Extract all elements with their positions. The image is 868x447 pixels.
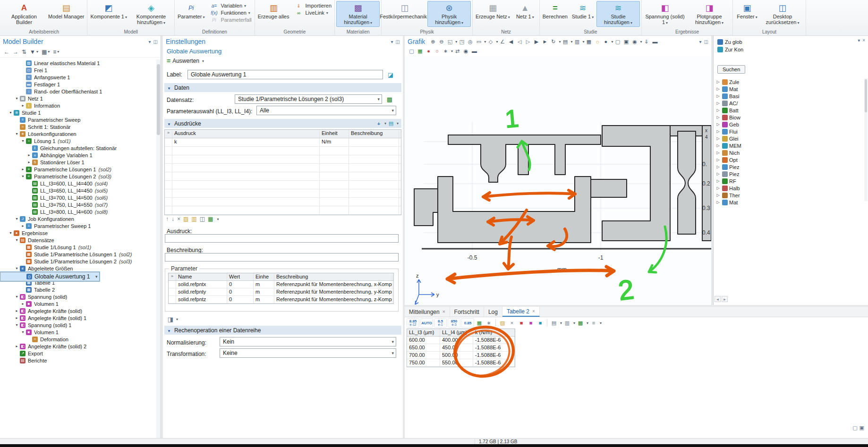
transparency-icon[interactable]: ▦ [585, 38, 593, 46]
expander-closed-icon[interactable]: ▷ [715, 101, 721, 105]
tree-item-rand-oder-oberfl-chenlast-1[interactable]: ↓Rand- oder Oberflächenlast 1 [0, 88, 156, 95]
scroll-left-icon[interactable]: ◂ [715, 296, 721, 302]
expander-closed-icon[interactable]: ▸ [14, 309, 19, 313]
table-row[interactable]: solid.refpnty0mReferenzpunkt für Momente… [169, 288, 393, 296]
section-rechenoperation[interactable]: Rechenoperation einer Datenreihe [164, 326, 401, 335]
format-engineering-icon[interactable]: 850e-3 [448, 318, 460, 328]
insert-expression-icon[interactable] [388, 120, 394, 127]
expander-open-icon[interactable]: ▾ [20, 330, 26, 334]
table-row[interactable]: 700.00500.00-1.5088E-6 [407, 352, 515, 359]
axis-limits-icon[interactable]: ▭ [475, 38, 483, 46]
expander-closed-icon[interactable]: ▸ [26, 153, 32, 157]
view-xy-icon[interactable]: ◇ [486, 38, 494, 46]
edit-expression-icon[interactable]: ▨ [183, 216, 188, 222]
refresh-icon[interactable]: ↻ [549, 38, 557, 46]
color-red-icon[interactable]: ■ [517, 319, 526, 327]
expander-closed-icon[interactable]: ▷ [715, 151, 721, 155]
expander-closed-icon[interactable]: ▸ [26, 160, 32, 164]
transformation-select[interactable]: Keine [220, 348, 396, 358]
ribbon-button-komponente-1[interactable]: ◩Komponente 1▾ [89, 1, 128, 21]
edit-table-icon[interactable]: ▨ [498, 319, 507, 327]
pin-panel-icon[interactable]: ◫ [396, 39, 400, 44]
material-category-ac-3[interactable]: ▷AC/ [715, 100, 741, 107]
expander-open-icon[interactable]: ▾ [14, 132, 19, 136]
tree-item-netz-1[interactable]: ▾▦Netz 1 [0, 95, 156, 102]
tree-item-job-konfigurationen[interactable]: ▾JJob Konfigurationen [0, 215, 156, 222]
expander-closed-icon[interactable]: ▸ [20, 224, 26, 228]
tree-item-studie-1[interactable]: ▾≋Studie 1 [0, 109, 156, 116]
material-category-flui-7[interactable]: ▷Flui [715, 128, 741, 135]
select-mode-icon[interactable]: ▢ [613, 38, 621, 46]
tree-item-volumen-1[interactable]: ▸■Volumen 1 [0, 300, 156, 307]
ribbon-button-parameterfall[interactable]: PiParameterfall [207, 17, 253, 23]
model-tree-scrollbar[interactable] [156, 59, 161, 438]
empty-table-row[interactable] [165, 198, 401, 206]
ribbon-button-importieren[interactable]: ⇓Importieren [291, 2, 333, 9]
empty-table-row[interactable] [165, 189, 401, 198]
zoom-box-icon[interactable]: ◱ [446, 38, 454, 46]
format-decimal-icon[interactable]: 0.85 [461, 318, 474, 328]
vertical-scrollbar[interactable] [864, 78, 868, 201]
environment-icon[interactable]: ● [602, 38, 610, 46]
deselect-icon[interactable]: ▣ [622, 38, 630, 46]
expander-open-icon[interactable]: ▾ [14, 238, 19, 242]
expander-closed-icon[interactable]: ▷ [715, 94, 721, 98]
panel-menu-icon[interactable]: ▾ [858, 38, 860, 43]
expander-open-icon[interactable]: ▾ [8, 231, 13, 235]
ribbon-button-netz-1[interactable]: ▲Netz 1▾ [512, 1, 538, 21]
expander-closed-icon[interactable]: ▷ [715, 108, 721, 112]
tree-menu-icon[interactable]: ≡▾ [53, 49, 59, 55]
parameter-menu-icon[interactable] [166, 314, 175, 324]
table-row[interactable]: solid.refpntx0mReferenzpunkt für Momente… [169, 281, 393, 288]
tree-item-studie-1-parametrische-l-sungen-2[interactable]: ▦Studie 1/Parametrische Lösungen 2(sol3) [0, 258, 156, 265]
empty-table-row[interactable] [165, 164, 401, 172]
tree-item-parametrische-l-sungen-2[interactable]: ▾≡Parametrische Lösungen 2(sol3) [0, 173, 156, 180]
tree-item-parametrische-l-sungen-1[interactable]: ▸≡Parametrische Lösungen 1(sol2) [0, 166, 156, 173]
ribbon-button-studie-hinzuf-gen[interactable]: ≋Studie hinzufügen▾ [596, 1, 640, 27]
format-scientific-icon[interactable]: 8.5e-1 [434, 318, 447, 328]
image-snapshot-icon[interactable]: ◉ [630, 38, 638, 46]
expander-closed-icon[interactable]: ▷ [715, 165, 721, 169]
export-image-icon[interactable]: ⇓ [642, 38, 650, 46]
expander-closed-icon[interactable]: ▸ [20, 103, 26, 108]
synchronize-icon[interactable]: ⇄ [453, 47, 461, 55]
node-label-icon[interactable]: ▦▾ [42, 49, 50, 55]
expander-open-icon[interactable]: ▾ [14, 217, 19, 221]
datensatz-select[interactable]: Studie 1/Parametrische Lösungen 2 (sol3) [235, 94, 382, 104]
material-category-piez-12[interactable]: ▷Piez [715, 163, 741, 170]
expander-closed-icon[interactable]: ▷ [715, 193, 721, 197]
zoom-extents-icon[interactable]: ◳ [458, 38, 466, 46]
empty-table-row[interactable] [165, 147, 401, 155]
filter-icon[interactable]: ▼▾ [30, 49, 38, 55]
ribbon-button-spannung-solid-1[interactable]: ◧Spannung (solid) 1▾ [643, 1, 687, 27]
material-category-zule-0[interactable]: ▷Zule [715, 78, 741, 85]
evaluate-button[interactable]: Auswerten ▾ [167, 57, 204, 65]
tree-item-station-rer-l-ser-1[interactable]: ▸SStationärer Löser 1 [0, 159, 156, 166]
expander-closed-icon[interactable]: ▸ [20, 167, 26, 171]
table-row[interactable]: 600.00400.00-1.5088E-6 [407, 337, 515, 344]
expander-open-icon[interactable]: ▾ [14, 323, 19, 327]
tree-item-abgeleitete-gr-en[interactable]: ▾eAbgeleitete Größen [0, 265, 156, 272]
camera-icon[interactable]: ◉ [462, 47, 470, 55]
tree-item-gleichungen-aufstellen-station-r[interactable]: ΣGleichungen aufstellen: Stationär [0, 144, 156, 152]
next-solution-icon[interactable]: ▷ [524, 38, 532, 46]
tab-log[interactable]: Log [484, 307, 502, 317]
table-dock-icon[interactable]: ▢ [852, 425, 857, 431]
material-category-ther-16[interactable]: ▷Ther [715, 192, 741, 199]
parameterauswahl-select[interactable]: Alle [256, 106, 396, 115]
export-table-icon[interactable]: ▥ [563, 319, 571, 327]
table-row[interactable]: solid.refpntz0mReferenzpunkt für Momente… [169, 296, 393, 304]
label-input[interactable]: Globale Auswertung 1 [187, 70, 383, 79]
expander-open-icon[interactable]: ▾ [14, 295, 19, 299]
table-row[interactable]: 650.00450.00-1.5088E-6 [407, 344, 515, 352]
ribbon-button-physik-hinzuf-gen[interactable]: ⊛Physik hinzufügen▾ [427, 1, 471, 27]
ribbon-button-model-manager[interactable]: ▤Model Manager [47, 1, 85, 20]
expander-closed-icon[interactable]: ▷ [715, 172, 721, 176]
empty-table-row[interactable] [165, 155, 401, 164]
tab-close-icon[interactable] [532, 309, 535, 314]
plot-dataset-icon[interactable] [385, 94, 394, 104]
chevron-down-icon[interactable]: ▾ [176, 317, 178, 321]
format-automatic-icon[interactable]: AUTO [420, 318, 433, 328]
expander-closed-icon[interactable]: ▸ [14, 316, 19, 320]
expander-closed-icon[interactable]: ▷ [715, 136, 721, 141]
